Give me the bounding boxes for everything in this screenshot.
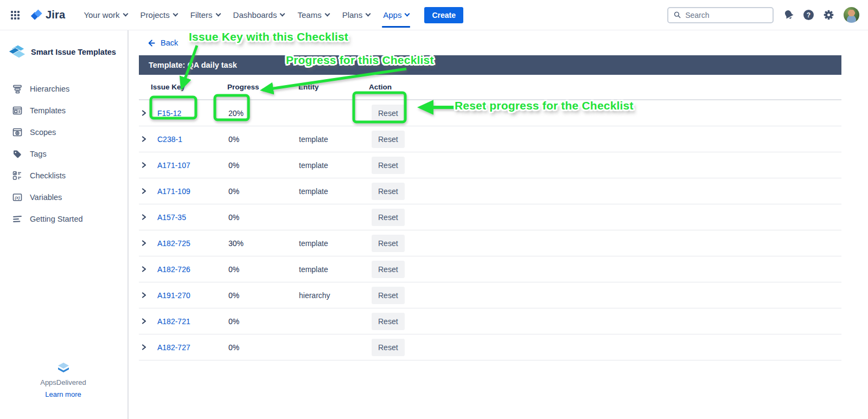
chevron-down-icon (366, 11, 371, 17)
jira-logo-icon (29, 8, 43, 22)
nav-projects[interactable]: Projects (135, 7, 183, 23)
search-box[interactable] (667, 7, 774, 23)
create-button[interactable]: Create (424, 7, 463, 23)
main-content: Back Template: QA daily task Issue Key P… (130, 30, 868, 419)
expand-row-button[interactable] (139, 162, 151, 168)
column-header-progress: Progress (218, 83, 289, 91)
sidebar-item-templates[interactable]: Templates (0, 100, 127, 121)
chevron-right-icon (142, 292, 146, 298)
app-grid-icon (11, 11, 20, 20)
reset-button[interactable]: Reset (372, 157, 405, 174)
appsdelivered-label: AppsDelivered (40, 378, 86, 386)
svg-text:(x): (x) (15, 195, 20, 200)
table-row: A157-35 0% Reset (139, 204, 841, 230)
table-row: A191-270 0% hierarchy Reset (139, 282, 841, 308)
issue-key-link[interactable]: A182-721 (157, 317, 190, 326)
sidebar-app-header: Smart Issue Templates (0, 30, 127, 66)
template-title-bar: Template: QA daily task (139, 55, 841, 75)
reset-button[interactable]: Reset (372, 339, 405, 356)
progress-value: 0% (218, 213, 289, 222)
reset-button[interactable]: Reset (372, 287, 405, 304)
chevron-right-icon (142, 136, 146, 142)
search-input[interactable] (685, 11, 767, 20)
progress-value: 0% (218, 291, 289, 300)
issue-key-link[interactable]: A182-725 (157, 239, 190, 248)
nav-apps[interactable]: Apps (378, 7, 414, 23)
nav-dashboards[interactable]: Dashboards (228, 7, 290, 23)
chevron-down-icon (405, 11, 410, 17)
entity-value: template (289, 239, 360, 248)
nav-filters[interactable]: Filters (185, 7, 226, 23)
table-row: A171-107 0% template Reset (139, 152, 841, 178)
back-link[interactable]: Back (146, 38, 178, 48)
progress-value: 0% (218, 135, 289, 144)
back-row: Back (146, 36, 841, 50)
settings-button[interactable] (823, 9, 834, 21)
progress-value: 0% (218, 187, 289, 196)
sidebar-item-scopes[interactable]: Scopes (0, 121, 127, 143)
sidebar-app-title: Smart Issue Templates (31, 48, 116, 56)
table-row: A171-109 0% template Reset (139, 178, 841, 204)
issue-key-link[interactable]: A171-107 (157, 161, 190, 170)
chevron-down-icon (215, 11, 221, 17)
expand-row-button[interactable] (139, 240, 151, 246)
sidebar-item-variables[interactable]: (x) Variables (0, 186, 127, 208)
table-row: A182-727 0% Reset (139, 334, 841, 360)
reset-button[interactable]: Reset (372, 105, 405, 122)
issue-key-link[interactable]: A182-727 (157, 343, 190, 352)
chevron-right-icon (142, 162, 146, 168)
reset-button[interactable]: Reset (372, 183, 405, 200)
reset-button[interactable]: Reset (372, 313, 405, 330)
sidebar-item-tags[interactable]: Tags (0, 143, 127, 165)
issue-key-link[interactable]: F15-12 (157, 109, 181, 118)
issue-key-link[interactable]: A191-270 (157, 291, 190, 300)
issue-key-link[interactable]: A182-726 (157, 265, 190, 274)
reset-button[interactable]: Reset (372, 131, 405, 148)
sidebar-item-checklists[interactable]: Checklists (0, 165, 127, 186)
nav-your-work[interactable]: Your work (78, 7, 132, 23)
sidebar-item-label: Tags (30, 150, 47, 158)
chevron-right-icon (142, 318, 146, 324)
expand-row-button[interactable] (139, 344, 151, 350)
sidebar-item-hierarchies[interactable]: Hierarchies (0, 78, 127, 100)
reset-button[interactable]: Reset (372, 209, 405, 226)
issue-key-link[interactable]: A157-35 (157, 213, 186, 222)
jira-logo[interactable]: Jira (29, 8, 65, 22)
expand-row-button[interactable] (139, 214, 151, 220)
expand-row-button[interactable] (139, 136, 151, 142)
sidebar-footer: AppsDelivered Learn more (0, 362, 126, 398)
expand-row-button[interactable] (139, 188, 151, 194)
notifications-button[interactable] (783, 9, 794, 21)
expand-row-button[interactable] (139, 110, 151, 116)
help-button[interactable] (803, 10, 814, 20)
reset-button[interactable]: Reset (372, 261, 405, 278)
checklists-icon (12, 170, 23, 181)
chevron-down-icon (173, 11, 178, 17)
progress-value: 0% (218, 265, 289, 274)
learn-more-link[interactable]: Learn more (45, 390, 81, 398)
chevron-down-icon (123, 11, 128, 17)
arrow-left-icon (146, 38, 156, 48)
chevron-right-icon (142, 214, 146, 220)
table-body: F15-12 20% Reset C238-1 0% template Rese… (139, 100, 841, 360)
table-row: F15-12 20% Reset (139, 100, 841, 126)
gear-icon (823, 9, 834, 21)
user-avatar[interactable] (844, 7, 859, 23)
bell-icon (783, 9, 794, 21)
sidebar-item-getting-started[interactable]: Getting Started (0, 208, 127, 230)
checklist-table: Issue Key Progress Entity Action F15-12 … (139, 75, 841, 360)
chevron-right-icon (142, 110, 146, 116)
expand-row-button[interactable] (139, 292, 151, 298)
table-row: C238-1 0% template Reset (139, 126, 841, 152)
nav-plans[interactable]: Plans (337, 7, 376, 23)
issue-key-link[interactable]: A171-109 (157, 187, 190, 196)
templates-icon (12, 105, 23, 116)
app-switcher-button[interactable] (8, 8, 23, 23)
expand-row-button[interactable] (139, 318, 151, 324)
sidebar-nav: Hierarchies Templates Scopes Tags (0, 78, 127, 230)
nav-teams[interactable]: Teams (292, 7, 334, 23)
issue-key-link[interactable]: C238-1 (157, 135, 182, 144)
sidebar: Smart Issue Templates Hierarchies Templa… (0, 30, 129, 419)
expand-row-button[interactable] (139, 266, 151, 272)
reset-button[interactable]: Reset (372, 235, 405, 252)
